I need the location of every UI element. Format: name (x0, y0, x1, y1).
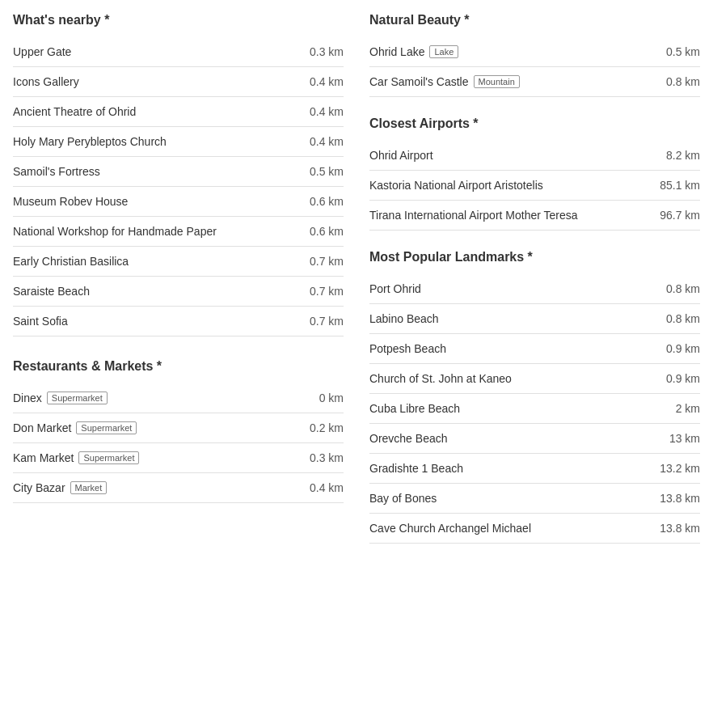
item-distance: 0.9 km (666, 342, 700, 355)
item-badge: Market (70, 481, 108, 494)
item-distance: 0.5 km (666, 45, 700, 58)
item-distance: 0.3 km (310, 451, 344, 464)
natural-list: Ohrid LakeLake0.5 kmCar Samoil's CastleM… (369, 37, 700, 97)
item-distance: 0.7 km (310, 285, 344, 298)
item-name: Kastoria National Airport Aristotelis (369, 179, 543, 192)
list-item: Port Ohrid0.8 km (369, 274, 700, 304)
item-distance: 0.9 km (666, 372, 700, 385)
item-name: Port Ohrid (369, 282, 421, 295)
left-column: What's nearby * Upper Gate0.3 kmIcons Ga… (13, 13, 344, 544)
item-name: Cave Church Archangel Michael (369, 522, 531, 535)
nearby-title: What's nearby * (13, 13, 344, 28)
item-badge: Supermarket (78, 451, 139, 464)
landmarks-list: Port Ohrid0.8 kmLabino Beach0.8 kmPotpes… (369, 274, 700, 544)
item-name: City BazarMarket (13, 481, 107, 494)
list-item: Don MarketSupermarket0.2 km (13, 413, 344, 443)
item-name: Saint Sofia (13, 315, 68, 328)
list-item: Ohrid Airport8.2 km (369, 141, 700, 171)
nearby-list: Upper Gate0.3 kmIcons Gallery0.4 kmAncie… (13, 37, 344, 336)
item-name: DinexSupermarket (13, 392, 108, 404)
item-distance: 0.5 km (310, 165, 344, 178)
item-distance: 0 km (319, 392, 344, 404)
item-name: Potpesh Beach (369, 342, 446, 355)
restaurants-title: Restaurants & Markets * (13, 359, 344, 374)
item-name: Church of St. John at Kaneo (369, 372, 512, 385)
list-item: Ancient Theatre of Ohrid0.4 km (13, 97, 344, 127)
natural-title: Natural Beauty * (369, 13, 700, 28)
item-name: Ancient Theatre of Ohrid (13, 105, 136, 118)
right-column: Natural Beauty * Ohrid LakeLake0.5 kmCar… (369, 13, 700, 544)
item-name: Gradishte 1 Beach (369, 462, 463, 475)
list-item: Potpesh Beach0.9 km (369, 334, 700, 364)
restaurants-list: DinexSupermarket0 kmDon MarketSupermarke… (13, 383, 344, 503)
item-badge: Supermarket (47, 392, 108, 404)
item-distance: 8.2 km (666, 149, 700, 162)
item-distance: 0.6 km (310, 195, 344, 208)
item-name: Tirana International Airport Mother Tere… (369, 209, 578, 222)
item-distance: 0.6 km (310, 225, 344, 238)
airports-list: Ohrid Airport8.2 kmKastoria National Air… (369, 141, 700, 231)
list-item: Icons Gallery0.4 km (13, 67, 344, 97)
item-badge: Supermarket (76, 421, 137, 434)
item-name: Don MarketSupermarket (13, 421, 137, 434)
item-name: Ohrid LakeLake (369, 45, 458, 58)
item-distance: 0.4 km (310, 135, 344, 148)
item-distance: 0.4 km (310, 105, 344, 118)
item-distance: 13.8 km (660, 492, 700, 505)
list-item: Upper Gate0.3 km (13, 37, 344, 67)
item-distance: 0.3 km (310, 45, 344, 58)
item-name: Samoil's Fortress (13, 165, 100, 178)
item-name: Early Christian Basilica (13, 255, 129, 268)
item-distance: 13.8 km (660, 522, 700, 535)
item-distance: 0.4 km (310, 481, 344, 494)
item-distance: 0.8 km (666, 282, 700, 295)
list-item: Bay of Bones13.8 km (369, 484, 700, 514)
list-item: Holy Mary Perybleptos Church0.4 km (13, 127, 344, 157)
list-item: Museum Robev House0.6 km (13, 187, 344, 217)
item-distance: 0.8 km (666, 75, 700, 88)
item-distance: 13 km (669, 432, 700, 445)
list-item: National Workshop for Handmade Paper0.6 … (13, 217, 344, 247)
landmarks-title: Most Popular Landmarks * (369, 250, 700, 265)
item-distance: 96.7 km (660, 209, 700, 222)
item-name: Orevche Beach (369, 432, 448, 445)
item-badge: Lake (429, 45, 458, 58)
item-badge: Mountain (474, 75, 520, 88)
list-item: Early Christian Basilica0.7 km (13, 247, 344, 277)
item-name: Holy Mary Perybleptos Church (13, 135, 167, 148)
list-item: Labino Beach0.8 km (369, 304, 700, 334)
item-distance: 13.2 km (660, 462, 700, 475)
list-item: Cuba Libre Beach2 km (369, 394, 700, 424)
list-item: Saint Sofia0.7 km (13, 307, 344, 336)
item-distance: 0.7 km (310, 315, 344, 328)
list-item: Church of St. John at Kaneo0.9 km (369, 364, 700, 394)
item-name: Museum Robev House (13, 195, 128, 208)
list-item: Ohrid LakeLake0.5 km (369, 37, 700, 67)
list-item: Cave Church Archangel Michael13.8 km (369, 514, 700, 544)
item-name: National Workshop for Handmade Paper (13, 225, 217, 238)
airports-title: Closest Airports * (369, 116, 700, 131)
item-distance: 0.4 km (310, 75, 344, 88)
list-item: Samoil's Fortress0.5 km (13, 157, 344, 187)
list-item: City BazarMarket0.4 km (13, 473, 344, 503)
list-item: Car Samoil's CastleMountain0.8 km (369, 67, 700, 97)
item-name: Car Samoil's CastleMountain (369, 75, 520, 88)
list-item: DinexSupermarket0 km (13, 383, 344, 413)
item-distance: 85.1 km (660, 179, 700, 192)
item-distance: 0.7 km (310, 255, 344, 268)
item-name: Upper Gate (13, 45, 71, 58)
item-name: Icons Gallery (13, 75, 79, 88)
list-item: Kastoria National Airport Aristotelis85.… (369, 171, 700, 201)
list-item: Saraiste Beach0.7 km (13, 277, 344, 307)
list-item: Kam MarketSupermarket0.3 km (13, 443, 344, 473)
list-item: Tirana International Airport Mother Tere… (369, 201, 700, 231)
item-name: Ohrid Airport (369, 149, 433, 162)
item-distance: 0.8 km (666, 312, 700, 325)
item-distance: 0.2 km (310, 421, 344, 434)
item-name: Labino Beach (369, 312, 439, 325)
item-name: Bay of Bones (369, 492, 437, 505)
item-name: Saraiste Beach (13, 285, 90, 298)
list-item: Orevche Beach13 km (369, 424, 700, 454)
list-item: Gradishte 1 Beach13.2 km (369, 454, 700, 484)
item-name: Kam MarketSupermarket (13, 451, 139, 464)
